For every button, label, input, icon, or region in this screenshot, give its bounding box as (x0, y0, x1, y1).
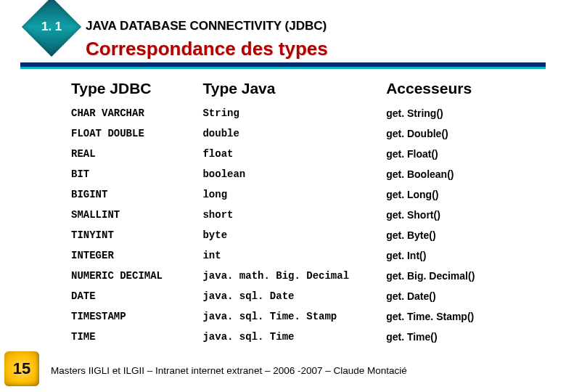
divider-cyan (20, 67, 546, 69)
footer-text: Masters IIGLI et ILGII – Intranet intern… (51, 365, 407, 376)
col-header-accessors: Accesseurs (382, 75, 537, 103)
cell-java-type: int (198, 245, 382, 266)
cell-jdbc-type: CHAR VARCHAR (67, 103, 198, 123)
cell-java-type: String (198, 103, 382, 123)
cell-jdbc-type: TIME (67, 327, 198, 347)
cell-accessor: get. Boolean() (382, 164, 537, 184)
cell-accessor: get. Float() (382, 144, 537, 164)
cell-java-type: long (198, 184, 382, 205)
cell-accessor: get. Big. Decimal() (382, 266, 537, 286)
table-row: BIGINTlongget. Long() (67, 184, 537, 205)
table-header-row: Type JDBC Type Java Accesseurs (67, 75, 537, 103)
cell-java-type: java. math. Big. Decimal (198, 266, 382, 286)
section-badge: 1. 1 (22, 0, 81, 57)
cell-jdbc-type: INTEGER (67, 245, 198, 266)
cell-java-type: boolean (198, 164, 382, 184)
cell-accessor: get. Short() (382, 205, 537, 225)
slide-header: 1. 1 JAVA DATABASE CONNECTIVITY (JDBC) C… (0, 0, 566, 61)
section-number: 1. 1 (41, 20, 62, 34)
page-number-badge: 15 (4, 351, 39, 386)
cell-accessor: get. String() (382, 103, 537, 123)
cell-accessor: get. Time. Stamp() (382, 306, 537, 327)
cell-jdbc-type: TINYINT (67, 225, 198, 245)
cell-jdbc-type: BIT (67, 164, 198, 184)
table-row: INTEGERintget. Int() (67, 245, 537, 266)
page-number: 15 (13, 359, 30, 378)
chapter-label: JAVA DATABASE CONNECTIVITY (JDBC) (86, 19, 327, 33)
cell-accessor: get. Double() (382, 123, 537, 144)
cell-jdbc-type: DATE (67, 286, 198, 306)
cell-jdbc-type: SMALLINT (67, 205, 198, 225)
table-row: TIMESTAMPjava. sql. Time. Stampget. Time… (67, 306, 537, 327)
table-row: CHAR VARCHARStringget. String() (67, 103, 537, 123)
table-row: FLOAT DOUBLEdoubleget. Double() (67, 123, 537, 144)
table-row: TIMEjava. sql. Timeget. Time() (67, 327, 537, 347)
cell-java-type: double (198, 123, 382, 144)
cell-java-type: java. sql. Time (198, 327, 382, 347)
content-area: Type JDBC Type Java Accesseurs CHAR VARC… (67, 75, 537, 359)
cell-jdbc-type: NUMERIC DECIMAL (67, 266, 198, 286)
table-row: BITbooleanget. Boolean() (67, 164, 537, 184)
cell-jdbc-type: TIMESTAMP (67, 306, 198, 327)
slide: 1. 1 JAVA DATABASE CONNECTIVITY (JDBC) C… (0, 0, 566, 392)
col-header-jdbc: Type JDBC (67, 75, 198, 103)
cell-java-type: java. sql. Time. Stamp (198, 306, 382, 327)
table-body: CHAR VARCHARStringget. String()FLOAT DOU… (67, 103, 537, 347)
cell-jdbc-type: REAL (67, 144, 198, 164)
cell-java-type: java. sql. Date (198, 286, 382, 306)
cell-jdbc-type: BIGINT (67, 184, 198, 205)
cell-java-type: byte (198, 225, 382, 245)
table-row: SMALLINTshortget. Short() (67, 205, 537, 225)
cell-accessor: get. Int() (382, 245, 537, 266)
table-row: REALfloatget. Float() (67, 144, 537, 164)
type-mapping-table: Type JDBC Type Java Accesseurs CHAR VARC… (67, 75, 537, 347)
cell-accessor: get. Time() (382, 327, 537, 347)
slide-title: Correspondance des types (86, 38, 328, 60)
table-row: DATEjava. sql. Dateget. Date() (67, 286, 537, 306)
cell-accessor: get. Long() (382, 184, 537, 205)
table-row: NUMERIC DECIMALjava. math. Big. Decimalg… (67, 266, 537, 286)
cell-accessor: get. Date() (382, 286, 537, 306)
cell-jdbc-type: FLOAT DOUBLE (67, 123, 198, 144)
cell-java-type: float (198, 144, 382, 164)
cell-accessor: get. Byte() (382, 225, 537, 245)
table-row: TINYINTbyteget. Byte() (67, 225, 537, 245)
cell-java-type: short (198, 205, 382, 225)
col-header-java: Type Java (198, 75, 382, 103)
